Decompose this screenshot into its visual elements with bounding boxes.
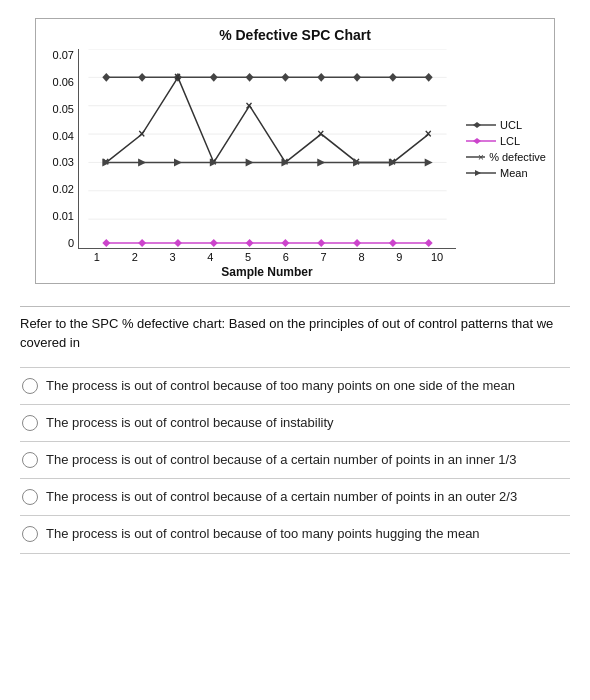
svg-text:×: × (138, 127, 145, 141)
radio-d[interactable] (22, 489, 38, 505)
legend-mean: Mean (466, 167, 546, 179)
x-label-5: 5 (238, 251, 258, 263)
chart-legend: UCL LCL × % defective (456, 49, 546, 249)
legend-ucl: UCL (466, 119, 546, 131)
svg-text:×: × (246, 99, 253, 113)
option-e[interactable]: The process is out of control because of… (20, 516, 570, 553)
y-label-3: 0.03 (53, 156, 74, 168)
radio-e[interactable] (22, 526, 38, 542)
y-label-4: 0.04 (53, 130, 74, 142)
y-label-2: 0.02 (53, 183, 74, 195)
svg-marker-46 (425, 158, 433, 166)
legend-lcl: LCL (466, 135, 546, 147)
svg-marker-48 (473, 122, 481, 128)
svg-marker-10 (210, 73, 218, 82)
legend-ucl-line (466, 119, 496, 131)
legend-mean-label: Mean (500, 167, 528, 179)
svg-marker-15 (389, 73, 397, 82)
radio-c[interactable] (22, 452, 38, 468)
legend-lcl-label: LCL (500, 135, 520, 147)
x-label-4: 4 (200, 251, 220, 263)
svg-marker-11 (246, 73, 254, 82)
x-label-10: 10 (427, 251, 447, 263)
svg-marker-8 (138, 73, 146, 82)
radio-a[interactable] (22, 378, 38, 394)
svg-text:×: × (425, 127, 432, 141)
option-a[interactable]: The process is out of control because of… (20, 367, 570, 405)
option-b-text: The process is out of control because of… (46, 414, 334, 432)
svg-marker-21 (246, 239, 254, 247)
svg-marker-7 (102, 73, 110, 82)
svg-text:×: × (317, 127, 324, 141)
svg-marker-43 (317, 158, 325, 166)
svg-marker-26 (425, 239, 433, 247)
x-label-8: 8 (351, 251, 371, 263)
chart-plot-area: × × × × × × × × × × (78, 49, 456, 249)
chart-container: % Defective SPC Chart 0.07 0.06 0.05 0.0… (35, 18, 555, 284)
svg-marker-39 (174, 158, 182, 166)
option-c[interactable]: The process is out of control because of… (20, 442, 570, 479)
svg-marker-14 (353, 73, 361, 82)
chart-svg: × × × × × × × × × × (79, 49, 456, 248)
svg-marker-13 (317, 73, 325, 82)
svg-marker-16 (425, 73, 433, 82)
chart-x-title: Sample Number (44, 265, 546, 279)
svg-marker-54 (475, 170, 481, 176)
y-label-5: 0.05 (53, 103, 74, 115)
svg-text:×: × (478, 152, 484, 163)
svg-marker-23 (317, 239, 325, 247)
option-a-text: The process is out of control because of… (46, 377, 515, 395)
option-b[interactable]: The process is out of control because of… (20, 405, 570, 442)
option-c-text: The process is out of control because of… (46, 451, 516, 469)
y-label-1: 0.01 (53, 210, 74, 222)
radio-b[interactable] (22, 415, 38, 431)
legend-mean-line (466, 167, 496, 179)
x-label-1: 1 (87, 251, 107, 263)
svg-marker-12 (281, 73, 289, 82)
options-list: The process is out of control because of… (20, 367, 570, 554)
x-label-9: 9 (389, 251, 409, 263)
chart-inner: 0.07 0.06 0.05 0.04 0.03 0.02 0.01 0 (44, 49, 546, 249)
svg-marker-24 (353, 239, 361, 247)
svg-marker-22 (281, 239, 289, 247)
x-label-2: 2 (125, 251, 145, 263)
legend-defective-label: % defective (489, 151, 546, 163)
svg-marker-19 (174, 239, 182, 247)
x-label-3: 3 (162, 251, 182, 263)
svg-marker-17 (102, 239, 110, 247)
option-d[interactable]: The process is out of control because of… (20, 479, 570, 516)
svg-marker-38 (138, 158, 146, 166)
question-text: Refer to the SPC % defective chart: Base… (20, 315, 570, 353)
chart-title: % Defective SPC Chart (44, 27, 546, 43)
option-e-text: The process is out of control because of… (46, 525, 480, 543)
page: % Defective SPC Chart 0.07 0.06 0.05 0.0… (0, 0, 590, 700)
svg-marker-50 (473, 138, 481, 144)
x-label-7: 7 (314, 251, 334, 263)
x-label-6: 6 (276, 251, 296, 263)
legend-defective-line: × (466, 151, 485, 163)
legend-ucl-label: UCL (500, 119, 522, 131)
legend-lcl-line (466, 135, 496, 147)
option-d-text: The process is out of control because of… (46, 488, 517, 506)
svg-marker-41 (246, 158, 254, 166)
y-label-0: 0 (68, 237, 74, 249)
svg-marker-18 (138, 239, 146, 247)
y-label-7: 0.07 (53, 49, 74, 61)
svg-text:×: × (174, 70, 181, 84)
y-label-6: 0.06 (53, 76, 74, 88)
svg-marker-25 (389, 239, 397, 247)
chart-y-axis: 0.07 0.06 0.05 0.04 0.03 0.02 0.01 0 (44, 49, 78, 249)
chart-x-labels: 1 2 3 4 5 6 7 8 9 10 (44, 251, 546, 263)
legend-defective: × % defective (466, 151, 546, 163)
svg-marker-20 (210, 239, 218, 247)
question-divider (20, 306, 570, 307)
